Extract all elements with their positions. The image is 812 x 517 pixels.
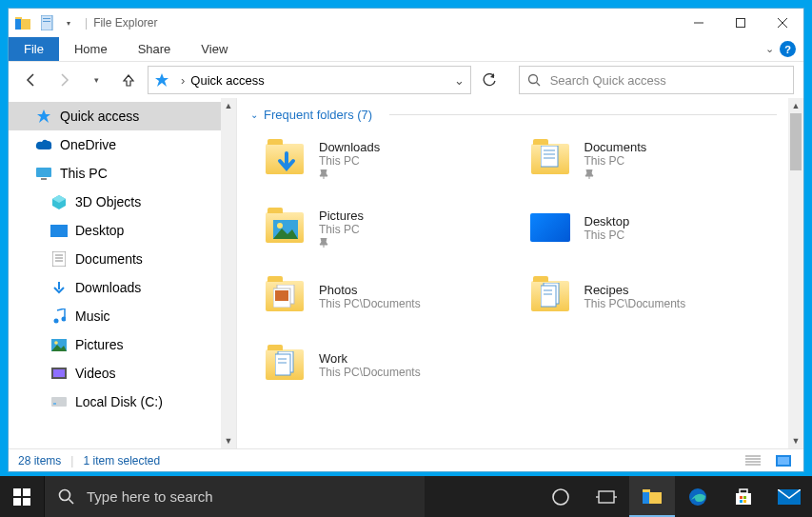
tab-share[interactable]: Share	[123, 37, 187, 61]
sidebar-item-pictures[interactable]: Pictures	[9, 330, 236, 359]
folder-name: Desktop	[584, 214, 630, 229]
status-selection: 1 item selected	[83, 454, 160, 467]
nav-recent-dropdown[interactable]: ▾	[83, 67, 109, 93]
breadcrumb-location[interactable]: Quick access	[190, 73, 264, 88]
scroll-down-icon[interactable]: ▼	[788, 433, 803, 448]
folder-name: Work	[319, 351, 421, 366]
taskbar-mail[interactable]	[766, 476, 812, 517]
folder-location: This PC	[319, 223, 364, 236]
sidebar-item-label: Quick access	[60, 109, 139, 124]
folder-icon	[264, 344, 306, 386]
scroll-up-icon[interactable]: ▲	[221, 98, 236, 113]
task-view-button[interactable]	[584, 476, 629, 517]
folder-photos[interactable]: PhotosThis PC\Documents	[264, 268, 520, 324]
svg-rect-37	[275, 290, 288, 301]
svg-point-34	[277, 223, 283, 229]
ribbon-tabs: File Home Share View ⌄ ?	[9, 37, 803, 62]
svg-marker-10	[155, 73, 168, 87]
refresh-button[interactable]	[477, 67, 504, 93]
app-icon	[14, 14, 31, 31]
sidebar-item-downloads[interactable]: Downloads	[9, 273, 236, 302]
minimize-button[interactable]	[678, 9, 720, 37]
help-button[interactable]: ?	[780, 41, 796, 57]
svg-rect-28	[53, 403, 56, 405]
nav-pane: Quick accessOneDriveThis PC3D ObjectsDes…	[9, 98, 237, 448]
section-header[interactable]: ⌄ Frequent folders (7)	[237, 98, 803, 128]
folder-documents[interactable]: DocumentsThis PC	[529, 131, 785, 187]
status-bar: 28 items | 1 item selected	[9, 448, 803, 471]
sidebar-item-quick-access[interactable]: Quick access	[9, 102, 236, 130]
search-input[interactable]: Search Quick access	[519, 66, 794, 94]
svg-point-11	[528, 75, 537, 84]
svg-rect-17	[52, 251, 66, 267]
down-icon	[50, 279, 68, 296]
close-button[interactable]	[762, 9, 803, 37]
sidebar-item-label: 3D Objects	[75, 194, 141, 209]
doc-icon	[50, 250, 68, 268]
sidebar-item-this-pc[interactable]: This PC	[9, 159, 236, 188]
folder-recipes[interactable]: RecipesThis PC\Documents	[529, 268, 785, 324]
svg-rect-2	[15, 19, 21, 30]
main-scrollbar[interactable]: ▲ ▼	[788, 98, 803, 448]
folder-downloads[interactable]: DownloadsThis PC	[264, 131, 520, 187]
folder-pictures[interactable]: PicturesThis PC	[264, 200, 520, 255]
sidebar-item-onedrive[interactable]: OneDrive	[9, 130, 236, 159]
qat-properties-icon[interactable]	[37, 12, 58, 33]
svg-rect-67	[743, 500, 746, 503]
sidebar-item-label: Desktop	[75, 223, 124, 238]
video-icon	[50, 365, 68, 382]
pin-icon	[35, 108, 52, 125]
nav-back-button[interactable]	[18, 67, 45, 93]
svg-rect-26	[53, 369, 65, 377]
sidebar-scrollbar[interactable]: ▲ ▼	[221, 98, 236, 448]
folder-name: Photos	[319, 283, 421, 297]
sidebar-item-music[interactable]: Music	[9, 302, 236, 330]
status-item-count: 28 items	[18, 454, 61, 467]
scroll-thumb[interactable]	[790, 113, 802, 170]
qat-dropdown-icon[interactable]: ▾	[58, 12, 79, 33]
address-bar[interactable]: › Quick access ⌄	[148, 66, 471, 94]
sidebar-item-label: This PC	[60, 166, 108, 181]
svg-point-54	[553, 489, 568, 505]
navbar: ▾ › Quick access ⌄ Search Quick access	[9, 62, 803, 98]
pin-icon	[154, 72, 169, 88]
sidebar-item-label: Downloads	[75, 280, 141, 295]
desktop-icon	[50, 222, 68, 239]
scroll-up-icon[interactable]: ▲	[788, 98, 803, 113]
taskbar-store[interactable]	[721, 476, 766, 517]
sidebar-item-3d-objects[interactable]: 3D Objects	[9, 188, 236, 216]
scroll-down-icon[interactable]: ▼	[221, 433, 236, 448]
nav-forward-button[interactable]	[50, 67, 77, 93]
nav-up-button[interactable]	[115, 67, 142, 93]
sidebar-item-videos[interactable]: Videos	[9, 359, 236, 388]
taskbar-search[interactable]: Type here to search	[44, 476, 425, 517]
folder-work[interactable]: WorkThis PC\Documents	[264, 337, 520, 392]
tab-home[interactable]: Home	[59, 37, 123, 61]
thumbnails-view-button[interactable]	[773, 452, 794, 469]
cortana-button[interactable]	[538, 476, 584, 517]
pin-icon	[319, 238, 364, 248]
sidebar-item-local-disk-c-[interactable]: Local Disk (C:)	[9, 388, 236, 416]
sidebar-item-desktop[interactable]: Desktop	[9, 216, 236, 245]
music-icon	[50, 308, 68, 325]
address-dropdown-icon[interactable]: ⌄	[454, 73, 465, 88]
titlebar: ▾ | File Explorer	[9, 9, 803, 37]
folder-desktop[interactable]: DesktopThis PC	[529, 200, 785, 255]
start-button[interactable]	[0, 476, 44, 517]
ribbon-collapse-icon[interactable]: ⌄	[765, 43, 774, 55]
svg-marker-13	[37, 109, 50, 123]
taskbar-file-explorer[interactable]	[629, 476, 675, 517]
pic-icon	[50, 336, 68, 353]
taskbar-edge[interactable]	[675, 476, 721, 517]
maximize-button[interactable]	[720, 9, 762, 37]
svg-rect-3	[41, 15, 52, 30]
sidebar-item-documents[interactable]: Documents	[9, 245, 236, 273]
cloud-icon	[35, 136, 52, 153]
folder-name: Downloads	[319, 140, 380, 154]
details-view-button[interactable]	[743, 452, 763, 469]
folder-location: This PC	[584, 154, 647, 168]
sidebar-item-label: Documents	[75, 251, 143, 267]
tab-view[interactable]: View	[186, 37, 243, 61]
tab-file[interactable]: File	[9, 37, 59, 61]
svg-rect-4	[43, 18, 50, 19]
